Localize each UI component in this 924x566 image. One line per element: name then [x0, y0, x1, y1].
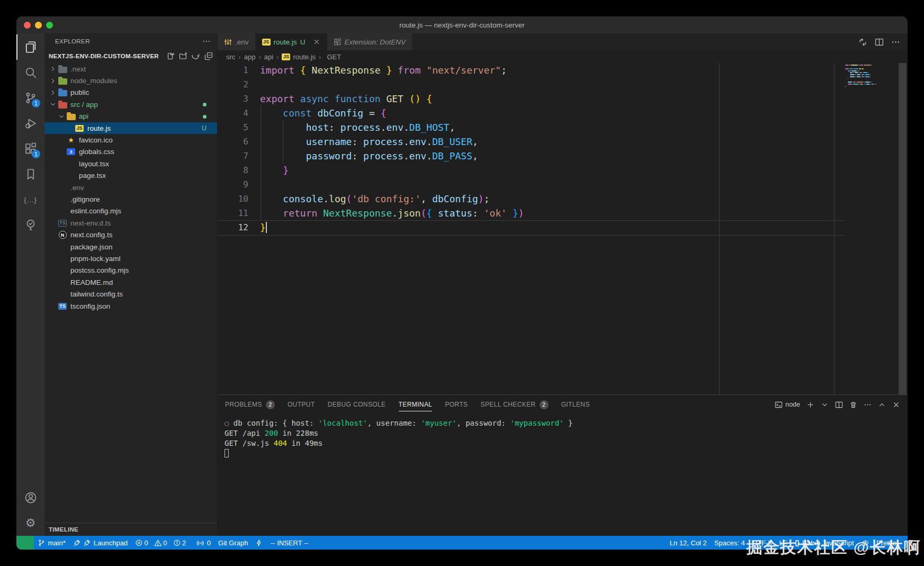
breadcrumb-route-js[interactable]: JSroute.js	[282, 53, 316, 61]
terminal-output[interactable]: ○ db config: { host: 'localhost', userna…	[218, 414, 908, 536]
tree-item--next[interactable]: .next	[44, 63, 217, 75]
shell-selector[interactable]: node	[775, 401, 800, 409]
action-more[interactable]	[891, 38, 900, 47]
tree-item-route-js[interactable]: JSroute.jsU	[44, 122, 217, 134]
panel-action-close[interactable]	[892, 401, 900, 409]
code-editor[interactable]: 1import { NextResponse } from "next/serv…	[218, 63, 908, 394]
tree-item-tailwind-config-ts[interactable]: tailwind.config.ts	[44, 288, 217, 300]
activitybar-run-debug[interactable]	[16, 111, 44, 136]
code-line-1[interactable]: 1import { NextResponse } from "next/serv…	[218, 63, 908, 77]
panel-tab-problems[interactable]: PROBLEMS2	[225, 395, 275, 414]
activitybar-extensions[interactable]: 1	[16, 136, 44, 161]
code-line-10[interactable]: 10 console.log('db config:', dbConfig);	[218, 192, 908, 206]
breadcrumb-api[interactable]: api	[264, 53, 273, 61]
activitybar-account[interactable]	[16, 485, 44, 510]
project-section-header[interactable]: NEXTJS-ENV-DIR-CUSTOM-SERVER	[44, 49, 217, 63]
activitybar-source-control[interactable]: 1	[16, 85, 44, 111]
statusbar-eol[interactable]: LF	[776, 536, 791, 550]
activitybar-explorer[interactable]	[16, 34, 44, 60]
panel-action-trash[interactable]	[849, 401, 857, 409]
statusbar-broadcast[interactable]: 0	[193, 536, 214, 550]
activitybar-todo-tree[interactable]	[16, 212, 44, 238]
statusbar-vim-mode[interactable]: -- INSERT --	[267, 536, 312, 550]
breadcrumb-app[interactable]: app	[244, 53, 256, 61]
tree-item-package-json[interactable]: JSpackage.json	[44, 241, 217, 253]
close-tab-icon[interactable]	[313, 38, 320, 46]
statusbar-prettier[interactable]: Prettier	[873, 536, 902, 550]
tab-route-js[interactable]: JSroute.jsU	[256, 33, 327, 50]
tree-item-favicon-ico[interactable]: ★favicon.ico	[44, 134, 217, 146]
action-new-file[interactable]	[166, 52, 175, 60]
statusbar-branch[interactable]: main*	[34, 536, 69, 550]
statusbar-git-graph[interactable]: Git Graph	[214, 536, 252, 550]
remote-indicator[interactable]	[16, 536, 34, 550]
tree-item-public[interactable]: public	[44, 87, 217, 98]
statusbar-launchpad[interactable]: Launchpad	[69, 536, 131, 550]
code-line-8[interactable]: 8 }	[218, 163, 908, 177]
tree-item-pnpm-lock-yaml[interactable]: pnpm-lock.yaml	[44, 253, 217, 264]
breadcrumb-src[interactable]: src	[226, 53, 235, 61]
panel-action-split-editor[interactable]	[835, 401, 843, 409]
tree-item-postcss-config-mjs[interactable]: postcss.config.mjs	[44, 265, 217, 276]
activitybar-search[interactable]	[16, 60, 44, 85]
code-line-5[interactable]: 5 host: process.env.DB_HOST,	[218, 120, 908, 134]
minimize-window-button[interactable]	[35, 22, 42, 29]
snippets-icon: {...}	[24, 196, 37, 204]
activitybar-snippets[interactable]: {...}	[16, 187, 44, 212]
code-line-12[interactable]: 12}	[218, 220, 908, 235]
statusbar-indentation[interactable]: Spaces: 4	[711, 536, 749, 550]
timeline-section[interactable]: TIMELINE	[44, 523, 217, 536]
panel-tab-ports[interactable]: PORTS	[445, 395, 468, 414]
tree-item-next-env-d-ts[interactable]: TSnext-env.d.ts	[44, 217, 217, 229]
breadcrumb-get[interactable]: GET	[324, 53, 341, 61]
activitybar-bookmarks[interactable]	[16, 161, 44, 187]
action-refresh[interactable]	[192, 52, 200, 60]
code-line-4[interactable]: 4 const dbConfig = {	[218, 106, 908, 120]
code-line-2[interactable]: 2	[218, 77, 908, 92]
statusbar-zap[interactable]	[252, 536, 267, 550]
panel-action-chevron-up[interactable]	[878, 401, 886, 409]
editor-scrollbar[interactable]	[899, 63, 907, 394]
activitybar-settings[interactable]: ⚙	[16, 510, 44, 536]
code-line-11[interactable]: 11 return NextResponse.json({ status: 'o…	[218, 206, 908, 220]
tree-item-globals-css[interactable]: 3globals.css	[44, 146, 217, 158]
tree-item--gitignore[interactable]: .gitignore	[44, 193, 217, 205]
statusbar-cursor-position[interactable]: Ln 12, Col 2	[666, 536, 711, 550]
tree-item-next-config-ts[interactable]: Nnext.config.ts	[44, 229, 217, 240]
statusbar-encoding[interactable]: UTF-8	[749, 536, 776, 550]
tree-item--env[interactable]: .env	[44, 182, 217, 193]
code-line-9[interactable]: 9	[218, 177, 908, 192]
code-line-6[interactable]: 6 username: process.env.DB_USER,	[218, 134, 908, 149]
tree-item-src-app[interactable]: src / app	[44, 98, 217, 110]
panel-action-chevron-down[interactable]	[821, 401, 829, 409]
tab--env[interactable]: .env	[218, 33, 256, 50]
action-collapse-all[interactable]	[204, 52, 213, 60]
tree-item-layout-tsx[interactable]: layout.tsx	[44, 158, 217, 169]
tree-item-eslint-config-mjs[interactable]: eslint.config.mjs	[44, 205, 217, 217]
panel-tab-terminal[interactable]: TERMINAL	[399, 395, 433, 414]
tab-extension-dotenv[interactable]: Extension: DotENV	[327, 33, 413, 50]
panel-action-more[interactable]	[864, 401, 872, 409]
tree-item-readme-md[interactable]: README.md	[44, 276, 217, 288]
statusbar-language-mode[interactable]: {}Babel JavaScript	[791, 536, 858, 550]
panel-tab-debug-console[interactable]: DEBUG CONSOLE	[328, 395, 386, 414]
action-compare-changes[interactable]	[858, 38, 867, 47]
minimap[interactable]	[845, 65, 880, 87]
code-line-3[interactable]: 3export async function GET () {	[218, 92, 908, 106]
panel-tab-output[interactable]: OUTPUT	[288, 395, 315, 414]
tree-item-node-modules[interactable]: node_modules	[44, 75, 217, 86]
panel-tab-gitlens[interactable]: GITLENS	[561, 395, 590, 414]
statusbar-eye[interactable]	[858, 536, 873, 550]
statusbar-problems[interactable]: 002	[131, 536, 193, 550]
panel-tab-spell-checker[interactable]: SPELL CHECKER2	[481, 395, 549, 414]
code-line-7[interactable]: 7 password: process.env.DB_PASS,	[218, 149, 908, 163]
action-split-editor[interactable]	[875, 38, 884, 47]
action-new-folder[interactable]	[179, 52, 187, 60]
close-window-button[interactable]	[24, 22, 31, 29]
tree-item-page-tsx[interactable]: page.tsx	[44, 170, 217, 182]
zoom-window-button[interactable]	[46, 22, 53, 29]
tree-item-tsconfig-json[interactable]: TStsconfig.json	[44, 300, 217, 312]
tree-item-api[interactable]: api	[44, 111, 217, 122]
panel-action-plus[interactable]	[806, 401, 814, 409]
more-actions-icon[interactable]	[202, 37, 211, 46]
